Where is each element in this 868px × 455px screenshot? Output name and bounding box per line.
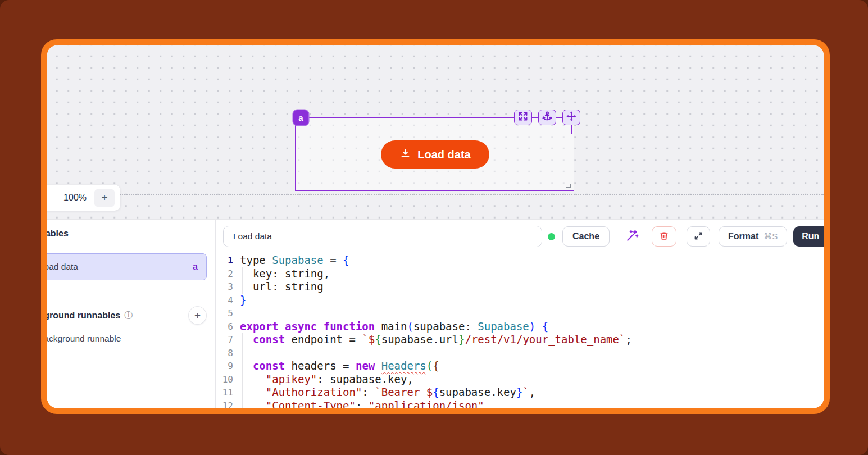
component-border-stem	[571, 125, 572, 134]
code-line[interactable]: 1type Supabase = {	[216, 254, 824, 267]
line-number: 11	[216, 386, 240, 399]
move-icon	[566, 111, 577, 124]
info-icon: ⓘ	[124, 310, 133, 321]
line-number: 5	[216, 307, 240, 320]
app-canvas[interactable]: 100% + a	[47, 46, 824, 219]
component-id-badge: a	[293, 110, 308, 125]
runnables-sidebar: Runnables Load data a Background runnabl…	[47, 220, 216, 408]
zoom-in-button[interactable]: +	[94, 189, 115, 207]
bottom-panel: Runnables Load data a Background runnabl…	[47, 219, 824, 408]
runnables-header: Runnables	[47, 229, 216, 240]
sidebar-item-badge: a	[193, 262, 198, 272]
delete-button[interactable]	[652, 226, 676, 247]
code-line[interactable]: 4}	[216, 294, 824, 307]
editor-toolbar: Cache	[223, 226, 830, 247]
zoom-level: 100%	[63, 193, 87, 203]
load-data-button[interactable]: Load data	[381, 140, 489, 169]
selected-component[interactable]: a	[295, 117, 574, 191]
move-component-button[interactable]	[562, 110, 580, 125]
line-number: 2	[216, 267, 240, 281]
run-button[interactable]: Run	[793, 226, 830, 247]
expand-icon	[517, 111, 529, 124]
code-line[interactable]: 9 const headers = new Headers({	[216, 360, 824, 373]
line-number: 9	[216, 360, 240, 373]
magic-wand-button[interactable]	[624, 228, 640, 245]
cache-button[interactable]: Cache	[562, 226, 610, 247]
trash-icon	[658, 230, 670, 243]
expand-editor-button[interactable]	[687, 226, 710, 247]
magic-wand-icon	[625, 236, 639, 244]
format-button-label: Format	[728, 231, 758, 242]
diagonal-expand-icon	[693, 230, 704, 243]
sidebar-item-background-runnable[interactable]: Background runnable	[47, 334, 216, 344]
code-line[interactable]: 8	[216, 347, 824, 360]
line-number: 4	[216, 294, 240, 307]
line-number: 12	[216, 399, 240, 408]
code-line[interactable]: 11 "Authorization": `Bearer ${supabase.k…	[216, 386, 824, 399]
code-line[interactable]: 10 "apikey": supabase.key,	[216, 373, 824, 386]
expand-component-button[interactable]	[514, 110, 532, 125]
line-number: 7	[216, 333, 240, 347]
line-number: 8	[216, 347, 240, 360]
line-number: 3	[216, 280, 240, 294]
code-line[interactable]: 7 const endpoint = `${supabase.url}/rest…	[216, 333, 824, 347]
add-background-runnable-button[interactable]: +	[188, 306, 207, 325]
anchor-component-button[interactable]	[538, 110, 556, 125]
code-editor[interactable]: 1type Supabase = {2 key: string,3 url: s…	[216, 251, 824, 408]
background-runnables-header: Background runnables	[47, 311, 120, 321]
runnable-editor-pane: Cache	[216, 220, 824, 408]
line-number: 1	[216, 254, 240, 267]
runnable-name-input[interactable]	[223, 226, 542, 247]
format-button[interactable]: Format ⌘S	[719, 226, 787, 247]
code-line[interactable]: 3 url: string	[216, 280, 824, 294]
format-shortcut: ⌘S	[764, 231, 778, 242]
canvas-boundary-dotted-line	[107, 194, 824, 195]
page-background: 100% + a	[0, 0, 868, 455]
code-lines: 1type Supabase = {2 key: string,3 url: s…	[216, 254, 824, 408]
code-line[interactable]: 5	[216, 307, 824, 320]
status-dot	[548, 233, 555, 240]
zoom-control: 100% +	[41, 185, 120, 211]
sidebar-item-load-data[interactable]: Load data a	[47, 253, 207, 280]
app-window: 100% + a	[41, 39, 830, 414]
sidebar-item-label: Load data	[47, 262, 193, 272]
load-data-button-label: Load data	[417, 148, 470, 161]
line-number: 6	[216, 320, 240, 334]
anchor-icon	[542, 111, 553, 124]
code-line[interactable]: 12 "Content-Type": "application/json"	[216, 399, 824, 408]
line-number: 10	[216, 373, 240, 386]
code-line[interactable]: 2 key: string,	[216, 267, 824, 281]
code-line[interactable]: 6export async function main(supabase: Su…	[216, 320, 824, 334]
download-icon	[399, 148, 411, 162]
component-controls	[514, 110, 580, 125]
component-resize-handle[interactable]	[566, 184, 571, 188]
